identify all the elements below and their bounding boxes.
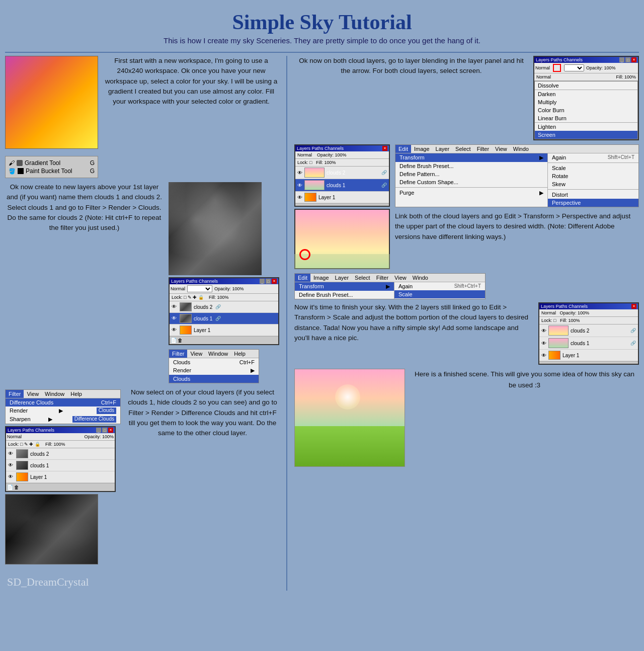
transform-row[interactable]: Transform ▶ xyxy=(395,153,547,162)
finished-link-c2[interactable]: 🔗 xyxy=(630,328,636,333)
diff-close[interactable]: ✕ xyxy=(108,428,113,433)
layer-title[interactable]: Layer xyxy=(433,145,453,153)
sky-layer-clouds1[interactable]: 👁 clouds 1 🔗 xyxy=(295,179,389,192)
select-title[interactable]: Select xyxy=(452,145,474,153)
filter-menu-item[interactable]: Filter xyxy=(169,350,187,358)
scale-filter[interactable]: Filter xyxy=(373,274,391,282)
sky-eye-l1[interactable]: 👁 xyxy=(297,195,302,200)
link-clouds2[interactable]: 🔗 xyxy=(215,304,221,309)
finished-layer-c1[interactable]: 👁 clouds 1 🔗 xyxy=(539,337,638,350)
layer-item-layer1[interactable]: 👁 Layer 1 xyxy=(170,324,278,336)
scale-view[interactable]: View xyxy=(391,274,410,282)
finished-layer-l1[interactable]: 👁 Layer 1 xyxy=(539,350,638,361)
delete-layer-btn[interactable]: 🗑 xyxy=(178,338,183,343)
eye-icon-layer1[interactable]: 👁 xyxy=(172,327,178,333)
scale-edit[interactable]: Edit xyxy=(295,274,310,282)
filter-title[interactable]: Filter xyxy=(474,145,492,153)
render-row-diff[interactable]: Render ▶ Clouds xyxy=(6,406,120,415)
diff-minimize[interactable]: _ xyxy=(96,428,101,433)
diff-clouds-row[interactable]: Difference Clouds Ctrl+F xyxy=(6,398,120,406)
blend-darken[interactable]: Darken xyxy=(535,90,637,98)
sky-close[interactable]: ✕ xyxy=(382,146,387,151)
define-brush-row[interactable]: Define Brush Preset... xyxy=(395,162,547,170)
maximize-btn[interactable]: □ xyxy=(266,279,271,284)
eye-icon-clouds1[interactable]: 👁 xyxy=(172,315,178,321)
define-pattern-row[interactable]: Define Pattern... xyxy=(395,170,547,178)
link-clouds1[interactable]: 🔗 xyxy=(215,316,221,321)
blend-screen[interactable]: Screen xyxy=(535,131,637,139)
blend-min[interactable]: _ xyxy=(619,57,624,62)
clouds-row[interactable]: Clouds Ctrl+F xyxy=(169,358,259,366)
blend-opacity-select[interactable] xyxy=(564,64,584,71)
sky-link-c1[interactable]: 🔗 xyxy=(381,183,387,188)
scale-select[interactable]: Select xyxy=(352,274,373,282)
sky-eye-c1[interactable]: 👁 xyxy=(297,183,302,188)
diff-add-btn[interactable]: 📄 xyxy=(7,484,13,490)
blend-linearburn[interactable]: Linear Burn xyxy=(535,114,637,122)
blend-max[interactable]: □ xyxy=(625,57,630,62)
scale-define-row[interactable]: Define Brush Preset... xyxy=(295,291,394,299)
finished-layer-c2[interactable]: 👁 clouds 2 🔗 xyxy=(539,324,638,337)
clouds-submenu-row[interactable]: Clouds xyxy=(169,375,259,383)
filter-item-diff[interactable]: Filter xyxy=(6,390,24,398)
finished-eye-c2[interactable]: 👁 xyxy=(541,328,546,334)
layer-item-clouds2[interactable]: 👁 clouds 2 🔗 xyxy=(170,301,278,313)
clouds-submenu-label: Clouds xyxy=(173,376,190,382)
scale-windo[interactable]: Windo xyxy=(410,274,431,282)
add-layer-btn[interactable]: 📄 xyxy=(171,338,177,343)
render-row[interactable]: Render ▶ xyxy=(169,366,259,375)
scale-layer[interactable]: Layer xyxy=(332,274,352,282)
help-menu-item[interactable]: Help xyxy=(231,350,249,358)
diff-eye-clouds1[interactable]: 👁 xyxy=(8,462,14,468)
sky-layer-clouds2[interactable]: 👁 clouds 2 🔗 xyxy=(295,167,389,179)
diff-eye-clouds2[interactable]: 👁 xyxy=(8,451,14,457)
view-item-diff[interactable]: View xyxy=(24,390,42,398)
view-title[interactable]: View xyxy=(492,145,510,153)
blend-colorburn[interactable]: Color Burn xyxy=(535,106,637,114)
blend-dissolve[interactable]: Dissolve xyxy=(535,82,637,90)
sharpen-row[interactable]: Sharpen ▶ Difference Clouds xyxy=(6,415,120,424)
diff-maximize[interactable]: □ xyxy=(102,428,107,433)
scale-again-row[interactable]: Again Shift+Ctrl+T xyxy=(394,282,485,290)
scale-transform-row[interactable]: Transform ▶ xyxy=(295,282,394,291)
blend-multiply[interactable]: Multiply xyxy=(535,98,637,106)
view-menu-item[interactable]: View xyxy=(187,350,205,358)
again-row[interactable]: Again Shift+Ctrl+T xyxy=(548,153,638,161)
purge-row[interactable]: Purge ▶ xyxy=(395,189,547,197)
diff-layer-layer1[interactable]: 👁 Layer 1 xyxy=(6,471,115,483)
finished-link-c1[interactable]: 🔗 xyxy=(630,341,636,346)
layer-item-clouds1[interactable]: 👁 clouds 1 🔗 xyxy=(170,313,278,324)
diff-name-clouds2: clouds 2 xyxy=(30,451,49,457)
sky-layer-1[interactable]: 👁 Layer 1 xyxy=(295,192,389,203)
finished-eye-c1[interactable]: 👁 xyxy=(541,341,546,346)
finished-eye-l1[interactable]: 👁 xyxy=(541,353,546,358)
sky-eye-c2[interactable]: 👁 xyxy=(297,170,302,176)
define-custom-row[interactable]: Define Custom Shape... xyxy=(395,178,547,186)
distort-row[interactable]: Distort xyxy=(548,191,638,199)
minimize-btn[interactable]: _ xyxy=(260,279,265,284)
image-title[interactable]: Image xyxy=(411,145,433,153)
close-btn[interactable]: ✕ xyxy=(272,279,277,284)
diff-eye-layer1[interactable]: 👁 xyxy=(8,474,14,480)
help-item-diff[interactable]: Help xyxy=(67,390,85,398)
diff-layer-clouds1[interactable]: 👁 clouds 1 xyxy=(6,460,115,471)
skew-row[interactable]: Skew xyxy=(548,180,638,188)
scale-scale-row[interactable]: Scale xyxy=(394,290,485,298)
blend-lighten[interactable]: Lighten xyxy=(535,123,637,131)
diff-thumb-clouds2 xyxy=(16,449,28,458)
scale-row[interactable]: Scale xyxy=(548,164,638,172)
diff-layer-clouds2[interactable]: 👁 clouds 2 xyxy=(6,448,115,460)
window-menu-item[interactable]: Window xyxy=(205,350,231,358)
sky-link-c2[interactable]: 🔗 xyxy=(381,170,387,175)
rotate-row[interactable]: Rotate xyxy=(548,172,638,180)
edit-title[interactable]: Edit xyxy=(395,145,411,153)
diff-delete-btn[interactable]: 🗑 xyxy=(14,484,19,490)
eye-icon-clouds2[interactable]: 👁 xyxy=(172,304,178,310)
opacity-select[interactable] xyxy=(187,285,212,292)
windo-title[interactable]: Windo xyxy=(510,145,532,153)
scale-image[interactable]: Image xyxy=(310,274,332,282)
window-item-diff[interactable]: Window xyxy=(42,390,67,398)
blend-cls[interactable]: ✕ xyxy=(631,57,636,62)
finished-close[interactable]: ✕ xyxy=(631,304,636,309)
perspective-row[interactable]: Perspective xyxy=(548,199,638,207)
